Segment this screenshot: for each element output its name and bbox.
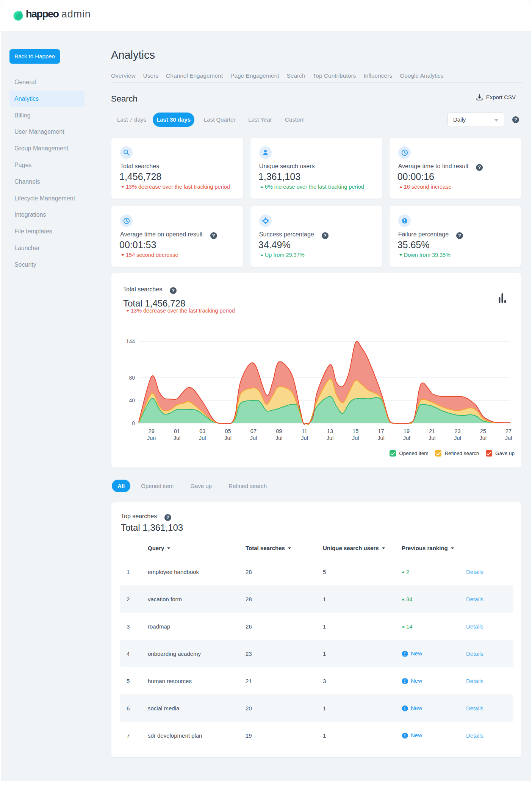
svg-text:15: 15 [352,428,358,434]
svg-text:Jul: Jul [199,435,206,441]
svg-text:Jul: Jul [275,435,283,441]
svg-text:Jul: Jul [377,435,385,441]
svg-text:03: 03 [199,428,205,434]
svg-text:40: 40 [129,397,135,403]
svg-text:Jun: Jun [147,435,156,441]
svg-text:Jul: Jul [352,435,359,441]
svg-text:07: 07 [250,428,257,434]
svg-text:80: 80 [129,375,135,381]
svg-text:Jul: Jul [505,435,512,441]
svg-text:29: 29 [149,428,155,434]
svg-text:09: 09 [276,428,282,434]
svg-text:Jul: Jul [301,435,308,441]
svg-text:11: 11 [302,428,307,434]
svg-text:19: 19 [404,428,410,434]
svg-text:0: 0 [132,420,135,426]
svg-text:27: 27 [505,428,512,434]
svg-text:Jul: Jul [480,435,487,441]
svg-text:23: 23 [454,428,460,434]
svg-text:21: 21 [429,428,435,434]
svg-text:05: 05 [225,428,231,434]
svg-text:01: 01 [174,428,180,434]
svg-text:Jul: Jul [429,435,436,441]
svg-text:Jul: Jul [250,435,257,441]
svg-text:17: 17 [378,428,384,434]
svg-text:Jul: Jul [327,435,334,441]
svg-text:13: 13 [327,428,333,434]
svg-text:Jul: Jul [224,435,232,441]
svg-text:25: 25 [480,428,486,434]
svg-text:Jul: Jul [403,435,410,441]
svg-text:144: 144 [126,338,135,344]
svg-text:Jul: Jul [454,435,461,441]
svg-text:Jul: Jul [174,435,181,441]
